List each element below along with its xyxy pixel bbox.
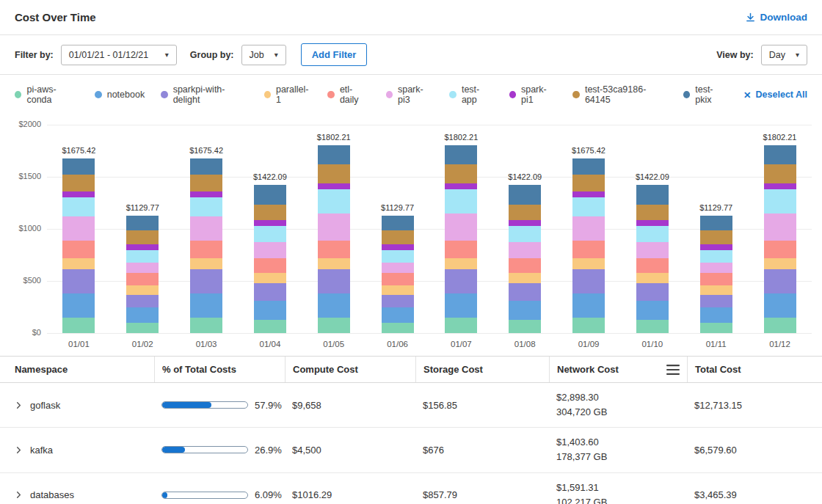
segment-etl-daily[interactable] (445, 241, 477, 258)
segment-pi-aws-conda[interactable] (190, 318, 222, 333)
segment-test-53ca9186-64145[interactable] (445, 164, 477, 183)
segment-pi-aws-conda[interactable] (126, 323, 159, 333)
segment-parallel-1[interactable] (636, 273, 669, 283)
chevron-right-icon[interactable] (15, 491, 23, 499)
segment-test-app[interactable] (700, 250, 732, 263)
segment-etl-daily[interactable] (62, 241, 95, 258)
segment-spark-pi1[interactable] (445, 183, 477, 190)
segment-parallel-1[interactable] (572, 258, 605, 270)
segment-parallel-1[interactable] (382, 285, 414, 295)
date-range-dropdown[interactable]: 01/01/21 - 01/12/21 ▾ (61, 45, 177, 65)
segment-notebook[interactable] (62, 293, 95, 318)
segment-notebook[interactable] (764, 293, 796, 318)
bar-01/08[interactable] (509, 185, 541, 333)
segment-spark-pi3[interactable] (509, 242, 541, 258)
segment-pi-aws-conda[interactable] (636, 320, 669, 334)
segment-spark-pi1[interactable] (254, 220, 286, 226)
segment-parallel-1[interactable] (318, 258, 350, 270)
add-filter-button[interactable]: Add Filter (301, 43, 368, 66)
segment-parallel-1[interactable] (700, 285, 732, 295)
segment-parallel-1[interactable] (190, 258, 222, 270)
segment-spark-pi1[interactable] (190, 191, 222, 198)
legend-item-sparkpi-with-delight[interactable]: sparkpi-with-delight (161, 84, 247, 105)
segment-etl-daily[interactable] (572, 241, 605, 258)
segment-sparkpi-with-delight[interactable] (254, 283, 286, 301)
column-header-percent[interactable]: % of Total Costs (154, 357, 285, 382)
segment-test-pkix[interactable] (126, 216, 159, 230)
segment-test-app[interactable] (318, 189, 350, 213)
segment-pi-aws-conda[interactable] (700, 323, 732, 333)
segment-notebook[interactable] (382, 307, 414, 323)
segment-pi-aws-conda[interactable] (764, 318, 796, 333)
segment-test-53ca9186-64145[interactable] (382, 230, 414, 245)
segment-notebook[interactable] (254, 301, 286, 320)
bar-01/12[interactable] (764, 145, 796, 333)
segment-test-53ca9186-64145[interactable] (126, 230, 159, 245)
segment-pi-aws-conda[interactable] (62, 318, 95, 333)
segment-spark-pi1[interactable] (700, 244, 732, 249)
segment-test-app[interactable] (636, 226, 669, 243)
segment-spark-pi3[interactable] (382, 263, 414, 273)
segment-sparkpi-with-delight[interactable] (62, 269, 95, 293)
segment-test-pkix[interactable] (318, 145, 350, 164)
segment-spark-pi1[interactable] (636, 220, 669, 226)
segment-etl-daily[interactable] (764, 241, 796, 258)
segment-test-53ca9186-64145[interactable] (254, 205, 286, 220)
legend-item-test-app[interactable]: test-app (449, 84, 492, 105)
segment-spark-pi3[interactable] (636, 242, 669, 258)
legend-item-test-pkix[interactable]: test-pkix (683, 84, 727, 105)
segment-test-app[interactable] (190, 197, 222, 216)
segment-test-53ca9186-64145[interactable] (190, 175, 222, 191)
segment-spark-pi3[interactable] (700, 263, 732, 273)
segment-spark-pi1[interactable] (126, 244, 159, 249)
segment-test-53ca9186-64145[interactable] (636, 205, 669, 220)
segment-etl-daily[interactable] (700, 273, 732, 285)
segment-sparkpi-with-delight[interactable] (126, 295, 159, 307)
segment-test-pkix[interactable] (509, 185, 541, 205)
segment-test-53ca9186-64145[interactable] (318, 164, 350, 183)
bar-01/10[interactable] (636, 185, 669, 333)
segment-sparkpi-with-delight[interactable] (764, 269, 796, 293)
legend-item-parallel-1[interactable]: parallel-1 (264, 84, 312, 105)
legend-item-test-53ca9186-64145[interactable]: test-53ca9186-64145 (572, 84, 666, 105)
bar-01/05[interactable] (318, 145, 350, 333)
segment-test-pkix[interactable] (572, 158, 605, 175)
segment-notebook[interactable] (318, 293, 350, 318)
segment-notebook[interactable] (190, 293, 222, 318)
segment-test-pkix[interactable] (445, 145, 477, 164)
segment-test-53ca9186-64145[interactable] (572, 175, 605, 191)
segment-sparkpi-with-delight[interactable] (509, 283, 541, 301)
segment-sparkpi-with-delight[interactable] (445, 269, 477, 293)
segment-notebook[interactable] (126, 307, 159, 323)
segment-pi-aws-conda[interactable] (572, 318, 605, 333)
segment-spark-pi1[interactable] (318, 183, 350, 190)
segment-test-53ca9186-64145[interactable] (62, 175, 95, 191)
segment-test-pkix[interactable] (764, 145, 796, 164)
segment-etl-daily[interactable] (382, 273, 414, 285)
segment-sparkpi-with-delight[interactable] (190, 269, 222, 293)
legend-item-etl-daily[interactable]: etl-daily (327, 84, 369, 105)
column-header-storage[interactable]: Storage Cost (415, 357, 549, 382)
segment-test-app[interactable] (382, 250, 414, 263)
segment-notebook[interactable] (572, 293, 605, 318)
segment-notebook[interactable] (636, 301, 669, 320)
chevron-right-icon[interactable] (15, 401, 23, 409)
segment-test-app[interactable] (62, 197, 95, 216)
segment-etl-daily[interactable] (318, 241, 350, 258)
segment-sparkpi-with-delight[interactable] (636, 283, 669, 301)
segment-sparkpi-with-delight[interactable] (572, 269, 605, 293)
segment-etl-daily[interactable] (126, 273, 159, 285)
column-header-network[interactable]: Network Cost (549, 357, 687, 382)
segment-test-53ca9186-64145[interactable] (700, 230, 732, 245)
segment-parallel-1[interactable] (764, 258, 796, 270)
segment-etl-daily[interactable] (254, 258, 286, 273)
bar-01/07[interactable] (445, 145, 477, 333)
segment-spark-pi1[interactable] (572, 191, 605, 198)
segment-spark-pi3[interactable] (572, 216, 605, 241)
segment-spark-pi1[interactable] (382, 244, 414, 249)
legend-item-spark-pi1[interactable]: spark-pi1 (509, 84, 557, 105)
segment-spark-pi3[interactable] (318, 213, 350, 241)
segment-notebook[interactable] (445, 293, 477, 318)
segment-test-app[interactable] (126, 250, 159, 263)
segment-notebook[interactable] (700, 307, 732, 323)
